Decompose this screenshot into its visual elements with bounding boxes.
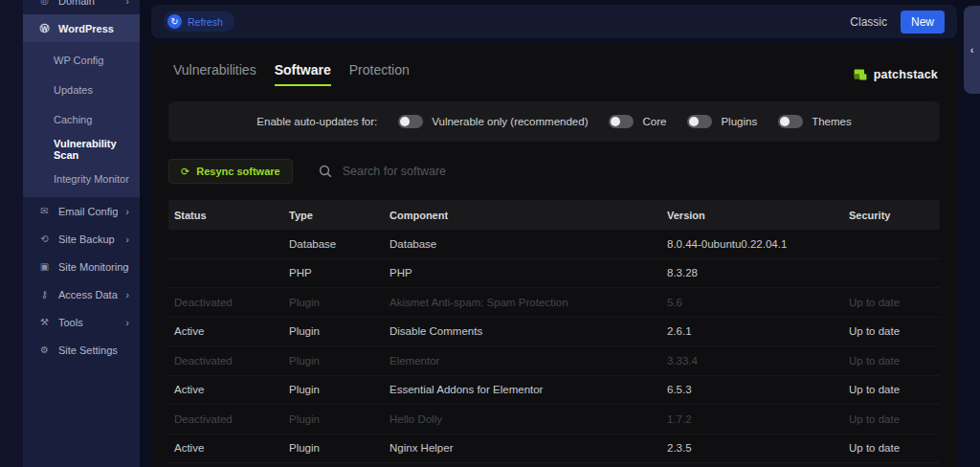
table-row: Active Plugin Nginx Helper 2.3.5 Up to d… — [168, 434, 940, 464]
table-row: Active Plugin Disable Comments 2.6.1 Up … — [168, 318, 940, 347]
collapse-panel-button[interactable]: ‹ — [964, 6, 980, 94]
tab-label: Software — [275, 62, 331, 78]
toggle-plugins[interactable] — [687, 115, 712, 128]
cell-component: Nginx Helper — [384, 442, 661, 454]
chevron-right-icon: › — [125, 0, 129, 7]
toggle-vulnerable-only-recommended-[interactable] — [398, 115, 423, 128]
cell-version: 6.5.3 — [661, 384, 843, 395]
cell-type: Plugin — [283, 355, 384, 367]
auto-update-toggle-item: Themes — [778, 115, 852, 128]
cell-type: PHP — [283, 267, 384, 278]
cell-component: Essential Addons for Elementor — [384, 384, 661, 395]
tab-label: Vulnerabilities — [173, 62, 256, 78]
chevron-right-icon: › — [125, 289, 129, 300]
sidebar-item-label: Domain — [58, 0, 95, 7]
chevron-left-icon: ‹ — [970, 44, 974, 56]
toggle-label: Vulnerable only (recommended) — [432, 116, 588, 127]
monitor-icon: ▣ — [38, 261, 51, 272]
auto-update-toggle-item: Core — [609, 115, 666, 128]
auto-updates-bar: Enable auto-updates for: Vulnerable only… — [168, 101, 940, 142]
column-header-version: Version — [661, 210, 843, 221]
sidebar-item-site-backup[interactable]: ⟲ Site Backup › — [23, 225, 140, 253]
toggle-core[interactable] — [609, 115, 634, 128]
sidebar-item-wordpress[interactable]: Ⓦ WordPress — [23, 14, 140, 42]
cell-security: Up to date — [843, 384, 940, 395]
wrench-icon: ⚒ — [38, 317, 51, 327]
cell-component: Hello Dolly — [384, 413, 661, 425]
new-mode-button[interactable]: New — [901, 11, 945, 33]
sidebar-subitem-label: Caching — [54, 114, 92, 125]
cell-component: Akismet Anti-spam: Spam Protection — [384, 297, 661, 308]
refresh-label: Refresh — [188, 16, 223, 28]
sidebar-item-email-config[interactable]: ✉ Email Config › — [23, 197, 140, 225]
patchstack-mark-icon — [853, 67, 868, 82]
search-input[interactable] — [343, 165, 553, 178]
sidebar-subitem-label: Updates — [54, 84, 93, 96]
toggle-knob — [611, 117, 620, 126]
toggle-knob — [400, 117, 410, 126]
sidebar-item-label: Tools — [58, 317, 83, 328]
sidebar-subitem-caching[interactable]: Caching — [23, 104, 140, 134]
sync-icon: ⟳ — [181, 166, 189, 178]
tab-vulnerabilities[interactable]: Vulnerabilities — [173, 62, 256, 86]
cell-type: Plugin — [283, 297, 384, 308]
table-row: Deactivated Plugin Akismet Anti-spam: Sp… — [168, 288, 940, 318]
cell-version: 3.33.4 — [661, 355, 843, 367]
cell-component: Elementor — [384, 355, 661, 367]
table-row: Active Plugin Essential Addons for Eleme… — [168, 376, 940, 406]
cell-status: Deactivated — [168, 355, 283, 367]
cell-security: Up to date — [843, 442, 940, 454]
table-row: Deactivated Plugin Hello Dolly 1.7.2 Up … — [168, 405, 940, 434]
sidebar-subitem-wp-config[interactable]: WP Config — [23, 45, 140, 75]
sidebar-item-tools[interactable]: ⚒ Tools › — [23, 308, 140, 336]
cell-type: Plugin — [283, 384, 384, 395]
chevron-right-icon: › — [125, 261, 129, 273]
toggle-themes[interactable] — [778, 115, 803, 128]
tab-protection[interactable]: Protection — [349, 62, 410, 86]
sidebar-item-site-settings[interactable]: ⚙ Site Settings — [23, 336, 140, 364]
cell-type: Plugin — [283, 442, 384, 454]
column-header-security: Security — [843, 210, 940, 221]
cell-component: Database — [384, 238, 661, 250]
software-controls: ⟳ Resync software — [168, 159, 940, 184]
cell-status: Deactivated — [168, 413, 283, 425]
cell-version: 8.0.44-0ubuntu0.22.04.1 — [661, 238, 843, 250]
toggle-label: Themes — [812, 116, 852, 127]
sidebar-item-access-data[interactable]: ⚷ Access Data › — [23, 280, 140, 308]
classic-mode-button[interactable]: Classic — [850, 15, 887, 29]
table-row: Deactivated Plugin Elementor 3.33.4 Up t… — [168, 346, 940, 376]
resync-software-button[interactable]: ⟳ Resync software — [168, 159, 293, 184]
tabs-row: Vulnerabilities Software Protection patc… — [151, 43, 957, 86]
sidebar-item-label: Site Backup — [58, 234, 115, 245]
tabs: Vulnerabilities Software Protection — [173, 62, 410, 86]
wordpress-icon: Ⓦ — [38, 22, 51, 35]
column-header-component: Component — [384, 210, 661, 221]
cell-version: 1.7.2 — [661, 413, 843, 425]
table-body: Database Database 8.0.44-0ubuntu0.22.04.… — [168, 230, 940, 463]
sidebar-subitem-vulnerability-scan[interactable]: Vulnerability Scan — [23, 134, 140, 164]
patchstack-logo: patchstack — [853, 67, 938, 82]
sidebar-subitem-integrity-monitor[interactable]: Integrity Monitor — [23, 164, 140, 193]
cell-version: 5.6 — [661, 297, 843, 308]
resync-label: Resync software — [196, 166, 279, 177]
sidebar-item-label: Access Data — [58, 289, 118, 300]
wordpress-section: Ⓦ WordPress WP Config Updates Caching Vu… — [23, 14, 140, 197]
sidebar-subitem-updates[interactable]: Updates — [23, 75, 140, 104]
sidebar-item-label: WordPress — [58, 23, 114, 34]
sidebar: ◎ Domain › Ⓦ WordPress WP Config Updates… — [23, 0, 140, 467]
auto-updates-label: Enable auto-updates for: — [256, 116, 377, 127]
sidebar-subitem-label: Vulnerability Scan — [54, 138, 140, 161]
sidebar-subitem-label: Integrity Monitor — [54, 173, 129, 185]
main-panel: Vulnerabilities Software Protection patc… — [151, 43, 957, 467]
refresh-button[interactable]: ↻ Refresh — [164, 11, 234, 32]
cell-status: Active — [168, 384, 283, 395]
cell-version: 8.3.28 — [661, 267, 843, 278]
sidebar-item-domain[interactable]: ◎ Domain › — [23, 0, 140, 14]
sidebar-item-site-monitoring[interactable]: ▣ Site Monitoring › — [23, 253, 140, 280]
toggle-label: Plugins — [721, 116, 757, 127]
table-header: StatusTypeComponentVersionSecurity — [168, 200, 940, 230]
tab-software[interactable]: Software — [275, 62, 331, 86]
cell-component: Disable Comments — [384, 325, 661, 337]
cell-type: Database — [283, 238, 384, 250]
toggle-knob — [780, 117, 790, 126]
